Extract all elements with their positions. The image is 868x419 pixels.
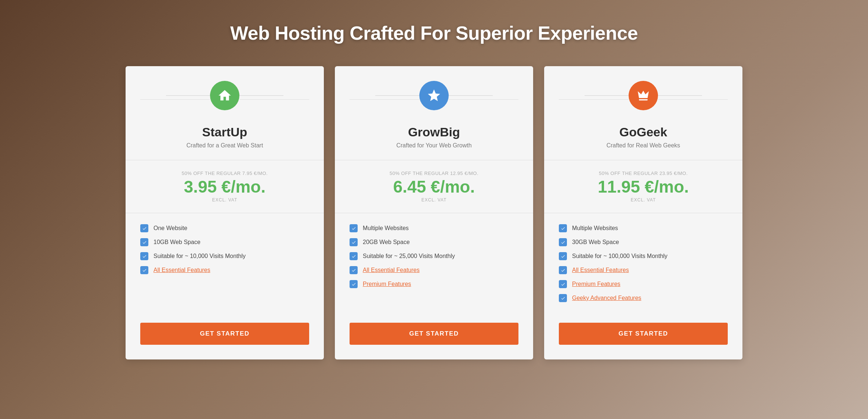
feature-growbig-1: 20GB Web Space xyxy=(350,238,518,246)
growbig-price: 6.45 €/mo. xyxy=(393,178,475,195)
startup-plan-name: StartUp xyxy=(202,125,247,139)
gogeek-plan-tagline: Crafted for Real Web Geeks xyxy=(607,142,680,149)
icon-row-startup xyxy=(140,81,309,118)
growbig-get-started-button[interactable]: GET STARTED xyxy=(350,323,518,345)
checkbox-startup-3 xyxy=(140,266,148,274)
feature-growbig-2: Suitable for ~ 25,000 Visits Monthly xyxy=(350,252,518,260)
checkbox-gogeek-1 xyxy=(559,238,567,246)
plan-card-gogeek: GoGeek Crafted for Real Web Geeks 50% OF… xyxy=(544,66,742,359)
growbig-plan-tagline: Crafted for Your Web Growth xyxy=(396,142,471,149)
feature-gogeek-5: Geeky Advanced Features xyxy=(559,294,728,302)
growbig-plan-name: GrowBig xyxy=(408,125,460,139)
feature-link-startup-3[interactable]: All Essential Features xyxy=(153,267,210,273)
growbig-cta: GET STARTED xyxy=(335,323,533,345)
icon-row-gogeek xyxy=(559,81,728,118)
house-icon xyxy=(217,88,232,103)
star-icon xyxy=(427,88,441,103)
plan-header-startup: StartUp Crafted for a Great Web Start xyxy=(126,66,324,160)
checkbox-growbig-4 xyxy=(350,280,358,288)
checkbox-growbig-3 xyxy=(350,266,358,274)
plan-header-growbig: GrowBig Crafted for Your Web Growth xyxy=(335,66,533,160)
feature-growbig-4: Premium Features xyxy=(350,280,518,288)
plan-card-startup: StartUp Crafted for a Great Web Start 50… xyxy=(126,66,324,359)
checkbox-gogeek-2 xyxy=(559,252,567,260)
startup-pricing: 50% OFF THE REGULAR 7.95 €/MO. 3.95 €/mo… xyxy=(126,160,324,213)
checkbox-startup-2 xyxy=(140,252,148,260)
feature-link-growbig-4[interactable]: Premium Features xyxy=(363,281,411,287)
gogeek-plan-name: GoGeek xyxy=(619,125,667,139)
icon-row-growbig xyxy=(350,81,518,118)
checkbox-gogeek-3 xyxy=(559,266,567,274)
growbig-pricing: 50% OFF THE REGULAR 12.95 €/MO. 6.45 €/m… xyxy=(335,160,533,213)
startup-get-started-button[interactable]: GET STARTED xyxy=(140,323,309,345)
feature-text-startup-1: 10GB Web Space xyxy=(153,239,200,246)
checkbox-startup-0 xyxy=(140,224,148,232)
feature-link-gogeek-5[interactable]: Geeky Advanced Features xyxy=(572,295,641,301)
feature-text-gogeek-2: Suitable for ~ 100,000 Visits Monthly xyxy=(572,253,668,259)
icon-line-left-gg xyxy=(559,99,629,100)
feature-text-gogeek-0: Multiple Websites xyxy=(572,225,618,232)
checkbox-growbig-2 xyxy=(350,252,358,260)
icon-line-right-gb xyxy=(449,99,518,100)
main-content: Web Hosting Crafted For Superior Experie… xyxy=(0,0,868,389)
feature-text-startup-2: Suitable for ~ 10,000 Visits Monthly xyxy=(153,253,246,259)
startup-vat: EXCL. VAT xyxy=(212,197,238,203)
checkbox-gogeek-5 xyxy=(559,294,567,302)
feature-startup-2: Suitable for ~ 10,000 Visits Monthly xyxy=(140,252,309,260)
feature-text-startup-0: One Website xyxy=(153,225,187,232)
feature-text-growbig-1: 20GB Web Space xyxy=(363,239,410,246)
growbig-regular-price: 50% OFF THE REGULAR 12.95 €/MO. xyxy=(390,171,478,176)
plan-header-gogeek: GoGeek Crafted for Real Web Geeks xyxy=(544,66,742,160)
feature-gogeek-1: 30GB Web Space xyxy=(559,238,728,246)
feature-text-growbig-2: Suitable for ~ 25,000 Visits Monthly xyxy=(363,253,455,259)
page-title: Web Hosting Crafted For Superior Experie… xyxy=(230,22,638,44)
gogeek-cta: GET STARTED xyxy=(544,323,742,345)
crown-icon xyxy=(636,88,651,103)
gogeek-get-started-button[interactable]: GET STARTED xyxy=(559,323,728,345)
feature-startup-1: 10GB Web Space xyxy=(140,238,309,246)
feature-text-gogeek-1: 30GB Web Space xyxy=(572,239,619,246)
growbig-icon xyxy=(419,81,449,110)
startup-regular-price: 50% OFF THE REGULAR 7.95 €/MO. xyxy=(182,171,268,176)
startup-price: 3.95 €/mo. xyxy=(184,178,265,195)
checkbox-gogeek-0 xyxy=(559,224,567,232)
feature-link-growbig-3[interactable]: All Essential Features xyxy=(363,267,420,273)
icon-line-left xyxy=(140,99,210,100)
growbig-vat: EXCL. VAT xyxy=(422,197,447,203)
feature-text-growbig-0: Multiple Websites xyxy=(363,225,409,232)
feature-startup-3: All Essential Features xyxy=(140,266,309,274)
feature-growbig-0: Multiple Websites xyxy=(350,224,518,232)
icon-line-right-gg xyxy=(658,99,728,100)
gogeek-features: Multiple Websites 30GB Web Space Suitabl… xyxy=(544,213,742,319)
feature-link-gogeek-4[interactable]: Premium Features xyxy=(572,281,621,287)
feature-gogeek-0: Multiple Websites xyxy=(559,224,728,232)
feature-growbig-3: All Essential Features xyxy=(350,266,518,274)
checkbox-growbig-1 xyxy=(350,238,358,246)
gogeek-regular-price: 50% OFF THE REGULAR 23.95 €/MO. xyxy=(599,171,688,176)
feature-gogeek-3: All Essential Features xyxy=(559,266,728,274)
plan-card-growbig: GrowBig Crafted for Your Web Growth 50% … xyxy=(335,66,533,359)
checkbox-gogeek-4 xyxy=(559,280,567,288)
startup-icon xyxy=(210,81,239,110)
plans-container: StartUp Crafted for a Great Web Start 50… xyxy=(104,66,764,359)
feature-gogeek-4: Premium Features xyxy=(559,280,728,288)
icon-line-left-gb xyxy=(350,99,419,100)
growbig-features: Multiple Websites 20GB Web Space Suitabl… xyxy=(335,213,533,319)
startup-plan-tagline: Crafted for a Great Web Start xyxy=(187,142,263,149)
feature-link-gogeek-3[interactable]: All Essential Features xyxy=(572,267,629,273)
startup-features: One Website 10GB Web Space Suitable for … xyxy=(126,213,324,319)
gogeek-price: 11.95 €/mo. xyxy=(598,178,689,195)
icon-line-right xyxy=(239,99,309,100)
checkbox-startup-1 xyxy=(140,238,148,246)
checkbox-growbig-0 xyxy=(350,224,358,232)
feature-gogeek-2: Suitable for ~ 100,000 Visits Monthly xyxy=(559,252,728,260)
feature-startup-0: One Website xyxy=(140,224,309,232)
gogeek-vat: EXCL. VAT xyxy=(631,197,656,203)
gogeek-pricing: 50% OFF THE REGULAR 23.95 €/MO. 11.95 €/… xyxy=(544,160,742,213)
startup-cta: GET STARTED xyxy=(126,323,324,345)
gogeek-icon xyxy=(629,81,658,110)
